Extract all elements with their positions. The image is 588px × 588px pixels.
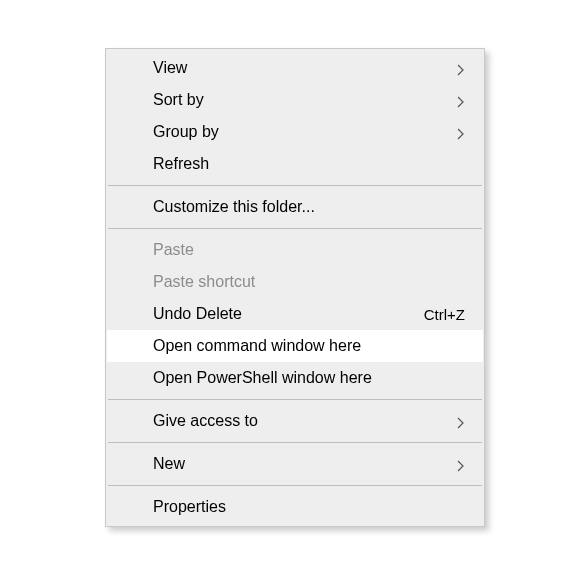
chevron-right-icon	[457, 128, 465, 136]
menu-item-give-access-to[interactable]: Give access to	[107, 405, 483, 437]
menu-item-paste-shortcut: Paste shortcut	[107, 266, 483, 298]
menu-item-customize-folder[interactable]: Customize this folder...	[107, 191, 483, 223]
menu-item-properties[interactable]: Properties	[107, 491, 483, 523]
menu-item-label: Paste	[153, 241, 465, 259]
menu-item-sort-by[interactable]: Sort by	[107, 84, 483, 116]
menu-separator	[108, 485, 482, 486]
menu-item-label: Open command window here	[153, 337, 465, 355]
context-menu: View Sort by Group by Refresh Customize …	[105, 48, 485, 527]
menu-item-accelerator: Ctrl+Z	[424, 306, 465, 323]
menu-item-label: Undo Delete	[153, 305, 424, 323]
menu-item-label: Open PowerShell window here	[153, 369, 465, 387]
menu-item-group-by[interactable]: Group by	[107, 116, 483, 148]
menu-item-refresh[interactable]: Refresh	[107, 148, 483, 180]
chevron-right-icon	[457, 460, 465, 468]
menu-item-label: Properties	[153, 498, 465, 516]
menu-separator	[108, 185, 482, 186]
menu-item-label: Refresh	[153, 155, 465, 173]
menu-item-label: Paste shortcut	[153, 273, 465, 291]
chevron-right-icon	[457, 96, 465, 104]
menu-item-label: Sort by	[153, 91, 457, 109]
menu-item-open-command-window[interactable]: Open command window here	[107, 330, 483, 362]
menu-separator	[108, 228, 482, 229]
menu-item-undo-delete[interactable]: Undo Delete Ctrl+Z	[107, 298, 483, 330]
menu-item-paste: Paste	[107, 234, 483, 266]
menu-item-open-powershell-window[interactable]: Open PowerShell window here	[107, 362, 483, 394]
menu-item-label: Customize this folder...	[153, 198, 465, 216]
menu-separator	[108, 442, 482, 443]
menu-item-label: New	[153, 455, 457, 473]
menu-item-view[interactable]: View	[107, 52, 483, 84]
chevron-right-icon	[457, 417, 465, 425]
menu-item-label: Group by	[153, 123, 457, 141]
menu-item-new[interactable]: New	[107, 448, 483, 480]
menu-separator	[108, 399, 482, 400]
menu-item-label: View	[153, 59, 457, 77]
menu-item-label: Give access to	[153, 412, 457, 430]
chevron-right-icon	[457, 64, 465, 72]
